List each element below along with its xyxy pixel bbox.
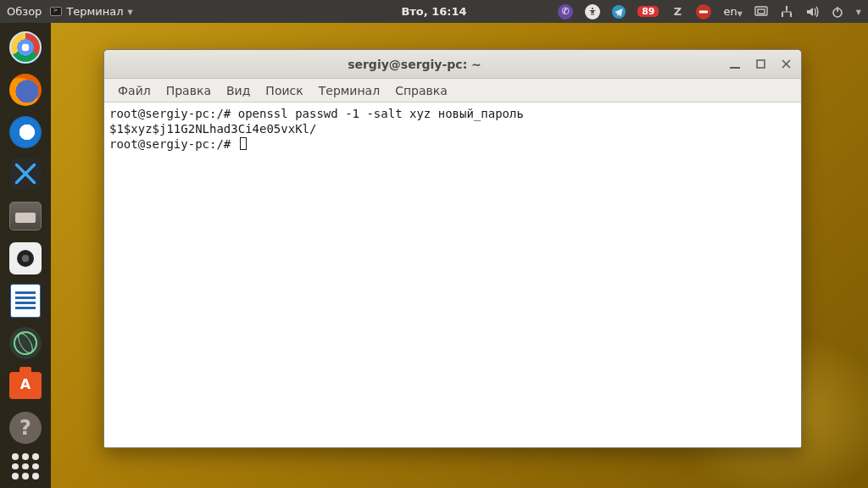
terminal-line-1: root@sergiy-pc:/# openssl passwd -1 -sal… (109, 107, 524, 120)
network-icon[interactable] (780, 5, 793, 19)
keyboard-layout-indicator[interactable]: en▼ (723, 5, 742, 18)
dock-camera[interactable] (5, 239, 46, 278)
window-title: sergiy@sergiy-pc: ~ (111, 58, 718, 71)
dock-chromium[interactable] (5, 28, 46, 67)
menu-file[interactable]: Файл (111, 81, 158, 100)
power-icon[interactable] (831, 5, 844, 19)
menu-search[interactable]: Поиск (259, 81, 309, 100)
dock: ? (0, 23, 51, 488)
minimize-button[interactable] (726, 56, 743, 73)
atom-icon (9, 327, 42, 359)
volume-icon[interactable] (805, 5, 819, 19)
dock-software[interactable] (5, 366, 46, 405)
activities-button[interactable]: Обзор (7, 5, 42, 18)
files-icon (9, 202, 42, 230)
maximize-button[interactable] (752, 56, 769, 73)
terminal-prompt: root@sergiy-pc:/# (109, 137, 238, 151)
dock-help[interactable]: ? (5, 408, 46, 447)
menu-help[interactable]: Справка (388, 81, 454, 100)
window-titlebar[interactable]: sergiy@sergiy-pc: ~ (104, 50, 801, 79)
dock-writer[interactable] (5, 281, 46, 320)
svg-rect-11 (757, 60, 765, 68)
terminal-icon (50, 7, 62, 16)
workspace-icon[interactable] (754, 5, 768, 19)
menu-terminal[interactable]: Терминал (312, 81, 387, 100)
svg-point-0 (592, 7, 593, 8)
clock[interactable]: Вто, 16:14 (401, 5, 466, 18)
show-applications-button[interactable] (12, 453, 39, 480)
help-icon: ? (9, 412, 42, 444)
svg-rect-10 (730, 67, 740, 69)
terminal-body[interactable]: root@sergiy-pc:/# openssl passwd -1 -sal… (104, 103, 801, 447)
active-app-label: Терминал (66, 5, 123, 18)
dock-firefox[interactable] (5, 70, 46, 109)
chromium-icon (9, 31, 42, 64)
viber-icon[interactable]: ✆ (558, 4, 573, 19)
zorin-icon[interactable]: Z (670, 5, 684, 19)
svg-rect-2 (699, 10, 708, 13)
close-button[interactable] (777, 56, 794, 73)
dock-files[interactable] (5, 197, 46, 236)
active-app-menu[interactable]: Терминал ▼ (50, 5, 132, 18)
menu-edit[interactable]: Правка (159, 81, 218, 100)
vscode-icon (10, 158, 41, 189)
do-not-disturb-icon[interactable] (696, 4, 711, 19)
updates-badge[interactable]: 89 (637, 6, 659, 17)
terminal-line-2: $1$xyz$j11G2NLhad3Ci4e05vxKl/ (109, 122, 316, 136)
menubar: Файл Правка Вид Поиск Терминал Справка (104, 79, 801, 103)
dock-thunderbird[interactable] (5, 113, 46, 152)
dock-atom[interactable] (5, 324, 46, 363)
accessibility-icon[interactable] (585, 4, 600, 19)
writer-icon (10, 284, 41, 318)
firefox-icon (9, 74, 42, 106)
telegram-icon[interactable] (612, 5, 626, 19)
dock-vscode[interactable] (5, 155, 46, 194)
chevron-down-icon: ▼ (128, 8, 133, 16)
menu-view[interactable]: Вид (220, 81, 257, 100)
software-center-icon (9, 372, 42, 399)
terminal-window: sergiy@sergiy-pc: ~ Файл Правка Вид Поис… (103, 49, 802, 448)
svg-rect-4 (758, 9, 765, 14)
camera-icon (9, 242, 42, 274)
thunderbird-icon (9, 116, 42, 148)
terminal-cursor (240, 137, 247, 150)
system-menu-chevron-icon[interactable]: ▼ (856, 8, 861, 16)
top-panel: Обзор Терминал ▼ Вто, 16:14 ✆ 89 Z en▼ (0, 0, 868, 23)
